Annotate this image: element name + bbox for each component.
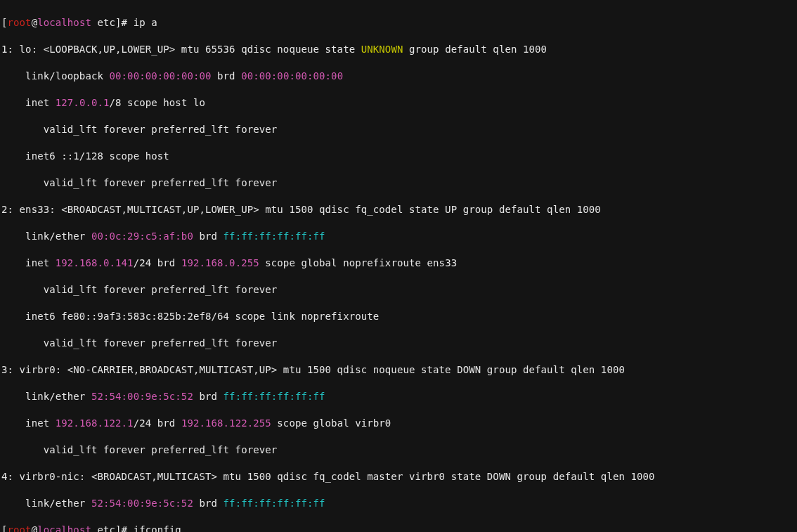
brd-ip: 192.168.122.255	[181, 417, 271, 429]
brd-address: ff:ff:ff:ff:ff:ff	[223, 391, 325, 402]
text: brd	[193, 498, 223, 509]
text: scope global virbr0	[271, 417, 391, 429]
ipa-virbr0nic-link: link/ether 52:54:00:9e:5c:52 brd ff:ff:f…	[1, 497, 794, 510]
brd-address: 00:00:00:00:00:00	[241, 70, 343, 82]
ipa-ens33-inet: inet 192.168.0.141/24 brd 192.168.0.255 …	[1, 257, 794, 270]
prompt-user: root	[8, 17, 32, 28]
text: /8 scope host lo	[110, 97, 205, 108]
text: /24 brd	[134, 417, 181, 429]
ipa-ens33-valid2: valid_lft forever preferred_lft forever	[1, 337, 794, 350]
terminal-output[interactable]: [root@localhost etc]# ip a 1: lo: <LOOPB…	[0, 0, 797, 532]
ipa-virbr0-valid1: valid_lft forever preferred_lft forever	[1, 443, 794, 457]
prompt-line-ip-a: [root@localhost etc]# ip a	[1, 16, 794, 30]
text: link/loopback	[1, 70, 110, 82]
ip-address: 192.168.0.141	[56, 257, 134, 268]
prompt-bracket-open: [	[1, 524, 8, 532]
ipa-virbr0nic-header: 4: virbr0-nic: <BROADCAST,MULTICAST> mtu…	[1, 470, 794, 484]
text: inet	[1, 417, 56, 429]
ipa-ens33-valid1: valid_lft forever preferred_lft forever	[1, 283, 794, 297]
brd-ip: 192.168.0.255	[181, 257, 259, 268]
ipa-lo-inet6: inet6 ::1/128 scope host	[1, 150, 794, 163]
brd-address: ff:ff:ff:ff:ff:ff	[223, 231, 325, 242]
prompt-at: @	[32, 17, 38, 28]
ipa-lo-link: link/loopback 00:00:00:00:00:00 brd 00:0…	[1, 70, 794, 83]
prompt-bracket-close: ]#	[115, 17, 127, 28]
mac-address: 00:00:00:00:00:00	[110, 70, 212, 82]
prompt-dir: etc	[91, 524, 115, 532]
state-unknown: UNKNOWN	[361, 44, 403, 55]
text: /24 brd	[134, 257, 181, 268]
prompt-user: root	[8, 524, 32, 532]
prompt-dir: etc	[91, 17, 115, 28]
text: inet	[1, 97, 56, 108]
ipa-lo-valid1: valid_lft forever preferred_lft forever	[1, 123, 794, 136]
text: brd	[212, 70, 242, 82]
text: inet	[1, 257, 56, 268]
text: 1: lo: <LOOPBACK,UP,LOWER_UP> mtu 65536 …	[1, 44, 361, 55]
prompt-line-ifconfig: [root@localhost etc]# ifconfig	[1, 524, 794, 532]
ip-address: 127.0.0.1	[56, 97, 110, 108]
ipa-lo-valid2: valid_lft forever preferred_lft forever	[1, 176, 794, 190]
text: link/ether	[1, 391, 91, 402]
ipa-ens33-inet6: inet6 fe80::9af3:583c:825b:2ef8/64 scope…	[1, 310, 794, 323]
prompt-host: localhost	[37, 17, 91, 28]
prompt-bracket-close: ]#	[115, 524, 127, 532]
command-ifconfig: ifconfig	[127, 524, 181, 532]
ipa-lo-header: 1: lo: <LOOPBACK,UP,LOWER_UP> mtu 65536 …	[1, 43, 794, 56]
ipa-virbr0-inet: inet 192.168.122.1/24 brd 192.168.122.25…	[1, 417, 794, 430]
ipa-lo-inet: inet 127.0.0.1/8 scope host lo	[1, 96, 794, 110]
ipa-virbr0-header: 3: virbr0: <NO-CARRIER,BROADCAST,MULTICA…	[1, 363, 794, 377]
text: link/ether	[1, 231, 91, 242]
text: brd	[193, 231, 223, 242]
text: scope global noprefixroute ens33	[259, 257, 457, 268]
prompt-host: localhost	[37, 524, 91, 532]
text: brd	[193, 391, 223, 402]
mac-address: 00:0c:29:c5:af:b0	[91, 231, 193, 242]
prompt-at: @	[32, 524, 38, 532]
ip-address: 192.168.122.1	[56, 417, 134, 429]
ipa-ens33-header: 2: ens33: <BROADCAST,MULTICAST,UP,LOWER_…	[1, 203, 794, 216]
mac-address: 52:54:00:9e:5c:52	[91, 391, 193, 402]
command-ip-a: ip a	[127, 17, 157, 28]
ipa-ens33-link: link/ether 00:0c:29:c5:af:b0 brd ff:ff:f…	[1, 230, 794, 243]
brd-address: ff:ff:ff:ff:ff:ff	[223, 498, 325, 509]
mac-address: 52:54:00:9e:5c:52	[91, 498, 193, 509]
text: link/ether	[1, 498, 91, 509]
prompt-bracket-open: [	[1, 17, 8, 28]
text: group default qlen 1000	[403, 44, 547, 55]
ipa-virbr0-link: link/ether 52:54:00:9e:5c:52 brd ff:ff:f…	[1, 390, 794, 403]
